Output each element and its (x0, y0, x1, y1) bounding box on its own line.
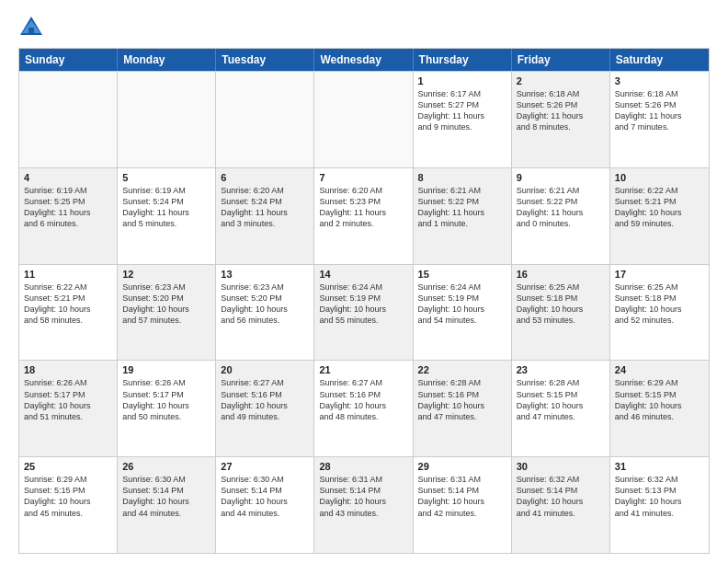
cell-info: Sunrise: 6:28 AM Sunset: 5:16 PM Dayligh… (418, 377, 506, 422)
cell-info: Sunrise: 6:21 AM Sunset: 5:22 PM Dayligh… (517, 185, 605, 230)
day-number: 29 (418, 461, 506, 472)
calendar-cell: 2Sunrise: 6:18 AM Sunset: 5:26 PM Daylig… (512, 72, 610, 167)
calendar-cell: 13Sunrise: 6:23 AM Sunset: 5:20 PM Dayli… (216, 265, 314, 361)
day-number: 5 (122, 172, 210, 183)
calendar-cell: 5Sunrise: 6:19 AM Sunset: 5:24 PM Daylig… (118, 168, 216, 264)
day-number: 18 (24, 364, 112, 375)
cell-info: Sunrise: 6:23 AM Sunset: 5:20 PM Dayligh… (122, 282, 210, 327)
calendar-cell: 22Sunrise: 6:28 AM Sunset: 5:16 PM Dayli… (414, 361, 512, 456)
calendar-cell: 26Sunrise: 6:30 AM Sunset: 5:14 PM Dayli… (118, 457, 216, 553)
day-number: 12 (122, 269, 210, 280)
header-day-friday: Friday (512, 49, 610, 71)
day-number: 24 (615, 364, 704, 375)
cell-info: Sunrise: 6:26 AM Sunset: 5:17 PM Dayligh… (24, 377, 112, 422)
calendar-cell: 15Sunrise: 6:24 AM Sunset: 5:19 PM Dayli… (414, 265, 512, 361)
cell-info: Sunrise: 6:18 AM Sunset: 5:26 PM Dayligh… (615, 88, 704, 133)
cell-info: Sunrise: 6:31 AM Sunset: 5:14 PM Dayligh… (418, 474, 506, 519)
calendar-cell: 6Sunrise: 6:20 AM Sunset: 5:24 PM Daylig… (216, 168, 314, 264)
day-number: 16 (517, 269, 605, 280)
cell-info: Sunrise: 6:28 AM Sunset: 5:15 PM Dayligh… (517, 377, 605, 422)
svg-rect-2 (28, 28, 34, 35)
day-number: 8 (418, 172, 506, 183)
cell-info: Sunrise: 6:20 AM Sunset: 5:24 PM Dayligh… (221, 185, 309, 230)
calendar-row-0: 1Sunrise: 6:17 AM Sunset: 5:27 PM Daylig… (19, 71, 709, 167)
calendar-cell (314, 72, 413, 167)
day-number: 14 (319, 269, 407, 280)
cell-info: Sunrise: 6:18 AM Sunset: 5:26 PM Dayligh… (517, 88, 605, 133)
calendar-cell: 21Sunrise: 6:27 AM Sunset: 5:16 PM Dayli… (314, 361, 413, 456)
cell-info: Sunrise: 6:20 AM Sunset: 5:23 PM Dayligh… (319, 185, 407, 230)
header-day-sunday: Sunday (19, 49, 118, 71)
day-number: 7 (319, 172, 407, 183)
cell-info: Sunrise: 6:24 AM Sunset: 5:19 PM Dayligh… (319, 282, 407, 327)
cell-info: Sunrise: 6:31 AM Sunset: 5:14 PM Dayligh… (319, 474, 407, 519)
cell-info: Sunrise: 6:24 AM Sunset: 5:19 PM Dayligh… (418, 282, 506, 327)
cell-info: Sunrise: 6:19 AM Sunset: 5:24 PM Dayligh… (122, 185, 210, 230)
calendar-cell (19, 72, 118, 167)
calendar-cell: 29Sunrise: 6:31 AM Sunset: 5:14 PM Dayli… (414, 457, 512, 553)
calendar-cell: 14Sunrise: 6:24 AM Sunset: 5:19 PM Dayli… (314, 265, 413, 361)
day-number: 1 (418, 75, 506, 86)
calendar-cell: 23Sunrise: 6:28 AM Sunset: 5:15 PM Dayli… (512, 361, 610, 456)
day-number: 28 (319, 461, 407, 472)
day-number: 21 (319, 364, 407, 375)
calendar-cell: 3Sunrise: 6:18 AM Sunset: 5:26 PM Daylig… (610, 72, 709, 167)
day-number: 13 (221, 269, 309, 280)
calendar-cell: 19Sunrise: 6:26 AM Sunset: 5:17 PM Dayli… (118, 361, 216, 456)
cell-info: Sunrise: 6:27 AM Sunset: 5:16 PM Dayligh… (319, 377, 407, 422)
cell-info: Sunrise: 6:30 AM Sunset: 5:14 PM Dayligh… (122, 474, 210, 519)
header-day-monday: Monday (118, 49, 216, 71)
cell-info: Sunrise: 6:22 AM Sunset: 5:21 PM Dayligh… (615, 185, 704, 230)
calendar-cell: 8Sunrise: 6:21 AM Sunset: 5:22 PM Daylig… (414, 168, 512, 264)
calendar-cell (216, 72, 314, 167)
header-day-thursday: Thursday (414, 49, 512, 71)
cell-info: Sunrise: 6:19 AM Sunset: 5:25 PM Dayligh… (24, 185, 112, 230)
day-number: 27 (221, 461, 309, 472)
cell-info: Sunrise: 6:22 AM Sunset: 5:21 PM Dayligh… (24, 282, 112, 327)
header-day-saturday: Saturday (610, 49, 709, 71)
day-number: 4 (24, 172, 112, 183)
cell-info: Sunrise: 6:17 AM Sunset: 5:27 PM Dayligh… (418, 88, 506, 133)
day-number: 11 (24, 269, 112, 280)
calendar-cell (118, 72, 216, 167)
day-number: 31 (615, 461, 704, 472)
calendar-cell: 25Sunrise: 6:29 AM Sunset: 5:15 PM Dayli… (19, 457, 118, 553)
calendar-row-1: 4Sunrise: 6:19 AM Sunset: 5:25 PM Daylig… (19, 167, 709, 264)
calendar-cell: 31Sunrise: 6:32 AM Sunset: 5:13 PM Dayli… (610, 457, 709, 553)
calendar-cell: 7Sunrise: 6:20 AM Sunset: 5:23 PM Daylig… (314, 168, 413, 264)
day-number: 25 (24, 461, 112, 472)
cell-info: Sunrise: 6:26 AM Sunset: 5:17 PM Dayligh… (122, 377, 210, 422)
calendar-row-4: 25Sunrise: 6:29 AM Sunset: 5:15 PM Dayli… (19, 456, 709, 553)
calendar-cell: 9Sunrise: 6:21 AM Sunset: 5:22 PM Daylig… (512, 168, 610, 264)
cell-info: Sunrise: 6:23 AM Sunset: 5:20 PM Dayligh… (221, 282, 309, 327)
calendar-row-2: 11Sunrise: 6:22 AM Sunset: 5:21 PM Dayli… (19, 264, 709, 361)
header (18, 15, 710, 40)
logo (18, 15, 48, 40)
calendar-cell: 16Sunrise: 6:25 AM Sunset: 5:18 PM Dayli… (512, 265, 610, 361)
day-number: 10 (615, 172, 704, 183)
calendar-cell: 27Sunrise: 6:30 AM Sunset: 5:14 PM Dayli… (216, 457, 314, 553)
cell-info: Sunrise: 6:25 AM Sunset: 5:18 PM Dayligh… (615, 282, 704, 327)
calendar-cell: 4Sunrise: 6:19 AM Sunset: 5:25 PM Daylig… (19, 168, 118, 264)
calendar-cell: 28Sunrise: 6:31 AM Sunset: 5:14 PM Dayli… (314, 457, 413, 553)
day-number: 23 (517, 364, 605, 375)
day-number: 6 (221, 172, 309, 183)
calendar-body: 1Sunrise: 6:17 AM Sunset: 5:27 PM Daylig… (19, 71, 709, 553)
day-number: 22 (418, 364, 506, 375)
cell-info: Sunrise: 6:25 AM Sunset: 5:18 PM Dayligh… (517, 282, 605, 327)
calendar-cell: 17Sunrise: 6:25 AM Sunset: 5:18 PM Dayli… (610, 265, 709, 361)
day-number: 2 (517, 75, 605, 86)
calendar-header: SundayMondayTuesdayWednesdayThursdayFrid… (19, 49, 709, 71)
day-number: 30 (517, 461, 605, 472)
calendar-cell: 30Sunrise: 6:32 AM Sunset: 5:14 PM Dayli… (512, 457, 610, 553)
day-number: 17 (615, 269, 704, 280)
day-number: 26 (122, 461, 210, 472)
cell-info: Sunrise: 6:29 AM Sunset: 5:15 PM Dayligh… (24, 474, 112, 519)
cell-info: Sunrise: 6:32 AM Sunset: 5:14 PM Dayligh… (517, 474, 605, 519)
header-day-tuesday: Tuesday (216, 49, 314, 71)
cell-info: Sunrise: 6:30 AM Sunset: 5:14 PM Dayligh… (221, 474, 309, 519)
cell-info: Sunrise: 6:32 AM Sunset: 5:13 PM Dayligh… (615, 474, 704, 519)
day-number: 20 (221, 364, 309, 375)
calendar-cell: 1Sunrise: 6:17 AM Sunset: 5:27 PM Daylig… (414, 72, 512, 167)
day-number: 3 (615, 75, 704, 86)
